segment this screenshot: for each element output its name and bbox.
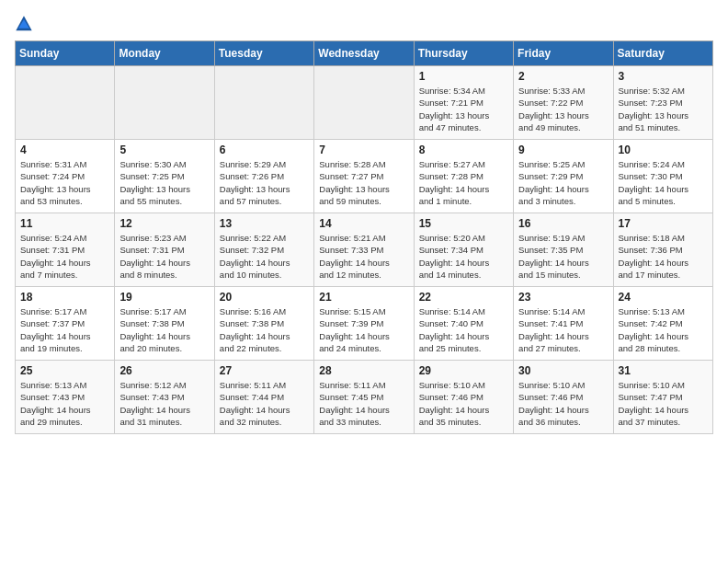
day-number: 28: [319, 364, 408, 377]
day-number: 8: [419, 144, 508, 156]
day-number: 17: [619, 217, 708, 230]
day-number: 13: [220, 217, 309, 230]
day-detail: Sunrise: 5:29 AM Sunset: 7:26 PM Dayligh…: [220, 158, 309, 207]
day-detail: Sunrise: 5:14 AM Sunset: 7:40 PM Dayligh…: [419, 305, 508, 354]
calendar-cell: 23Sunrise: 5:14 AM Sunset: 7:41 PM Dayli…: [514, 287, 613, 361]
day-number: 20: [220, 291, 309, 304]
header-tuesday: Tuesday: [214, 41, 313, 66]
day-number: 7: [319, 144, 408, 156]
calendar-cell: 11Sunrise: 5:24 AM Sunset: 7:31 PM Dayli…: [16, 213, 115, 287]
day-detail: Sunrise: 5:30 AM Sunset: 7:25 PM Dayligh…: [119, 158, 209, 207]
calendar-week-2: 4Sunrise: 5:31 AM Sunset: 7:24 PM Daylig…: [16, 140, 713, 213]
calendar-cell: 22Sunrise: 5:14 AM Sunset: 7:40 PM Dayli…: [414, 287, 513, 361]
calendar-cell: 7Sunrise: 5:28 AM Sunset: 7:27 PM Daylig…: [314, 140, 414, 213]
day-number: 24: [619, 291, 708, 304]
day-detail: Sunrise: 5:15 AM Sunset: 7:39 PM Dayligh…: [319, 305, 408, 354]
calendar-cell: 21Sunrise: 5:15 AM Sunset: 7:39 PM Dayli…: [314, 287, 414, 361]
day-number: 31: [619, 364, 708, 377]
header-sunday: Sunday: [16, 41, 115, 66]
calendar-cell: 27Sunrise: 5:11 AM Sunset: 7:44 PM Dayli…: [214, 361, 313, 434]
day-detail: Sunrise: 5:20 AM Sunset: 7:34 PM Dayligh…: [419, 232, 508, 281]
day-number: 27: [220, 364, 309, 377]
day-detail: Sunrise: 5:10 AM Sunset: 7:46 PM Dayligh…: [419, 379, 508, 428]
calendar-week-5: 25Sunrise: 5:13 AM Sunset: 7:43 PM Dayli…: [16, 361, 713, 434]
day-number: 4: [20, 144, 109, 156]
day-number: 3: [619, 70, 708, 83]
day-number: 26: [119, 364, 209, 377]
day-number: 14: [319, 217, 408, 230]
day-detail: Sunrise: 5:28 AM Sunset: 7:27 PM Dayligh…: [319, 158, 408, 207]
calendar-cell: 30Sunrise: 5:10 AM Sunset: 7:46 PM Dayli…: [514, 361, 613, 434]
day-detail: Sunrise: 5:31 AM Sunset: 7:24 PM Dayligh…: [20, 158, 109, 207]
day-detail: Sunrise: 5:34 AM Sunset: 7:21 PM Dayligh…: [419, 85, 508, 133]
calendar-cell: [214, 66, 313, 140]
calendar-cell: 1Sunrise: 5:34 AM Sunset: 7:21 PM Daylig…: [414, 66, 513, 140]
calendar-cell: 6Sunrise: 5:29 AM Sunset: 7:26 PM Daylig…: [214, 140, 313, 213]
day-number: 18: [20, 291, 109, 304]
day-detail: Sunrise: 5:23 AM Sunset: 7:31 PM Dayligh…: [119, 232, 209, 281]
calendar-cell: 18Sunrise: 5:17 AM Sunset: 7:37 PM Dayli…: [16, 287, 115, 361]
day-number: 30: [518, 364, 608, 377]
day-number: 9: [518, 144, 608, 156]
header: [15, 15, 713, 33]
calendar-cell: 31Sunrise: 5:10 AM Sunset: 7:47 PM Dayli…: [613, 361, 712, 434]
day-number: 1: [419, 70, 508, 83]
day-detail: Sunrise: 5:16 AM Sunset: 7:38 PM Dayligh…: [220, 305, 309, 354]
calendar-cell: 5Sunrise: 5:30 AM Sunset: 7:25 PM Daylig…: [115, 140, 214, 213]
calendar-cell: 14Sunrise: 5:21 AM Sunset: 7:33 PM Dayli…: [314, 213, 414, 287]
calendar-cell: 13Sunrise: 5:22 AM Sunset: 7:32 PM Dayli…: [214, 213, 313, 287]
calendar-cell: 9Sunrise: 5:25 AM Sunset: 7:29 PM Daylig…: [514, 140, 613, 213]
calendar-cell: 4Sunrise: 5:31 AM Sunset: 7:24 PM Daylig…: [16, 140, 115, 213]
calendar-cell: 2Sunrise: 5:33 AM Sunset: 7:22 PM Daylig…: [514, 66, 613, 140]
calendar-cell: [16, 66, 115, 140]
header-friday: Friday: [514, 41, 613, 66]
calendar-cell: 29Sunrise: 5:10 AM Sunset: 7:46 PM Dayli…: [414, 361, 513, 434]
day-number: 25: [20, 364, 109, 377]
calendar-cell: 24Sunrise: 5:13 AM Sunset: 7:42 PM Dayli…: [613, 287, 712, 361]
calendar-cell: 15Sunrise: 5:20 AM Sunset: 7:34 PM Dayli…: [414, 213, 513, 287]
calendar-cell: 19Sunrise: 5:17 AM Sunset: 7:38 PM Dayli…: [115, 287, 214, 361]
calendar-week-1: 1Sunrise: 5:34 AM Sunset: 7:21 PM Daylig…: [16, 66, 713, 140]
day-detail: Sunrise: 5:24 AM Sunset: 7:31 PM Dayligh…: [20, 232, 109, 281]
day-detail: Sunrise: 5:11 AM Sunset: 7:44 PM Dayligh…: [220, 379, 309, 428]
day-detail: Sunrise: 5:11 AM Sunset: 7:45 PM Dayligh…: [319, 379, 408, 428]
day-number: 19: [119, 291, 209, 304]
day-number: 22: [419, 291, 508, 304]
calendar-cell: 17Sunrise: 5:18 AM Sunset: 7:36 PM Dayli…: [613, 213, 712, 287]
day-number: 15: [419, 217, 508, 230]
header-thursday: Thursday: [414, 41, 513, 66]
calendar-header-row: SundayMondayTuesdayWednesdayThursdayFrid…: [16, 41, 713, 66]
day-detail: Sunrise: 5:25 AM Sunset: 7:29 PM Dayligh…: [518, 158, 608, 207]
day-number: 10: [619, 144, 708, 156]
day-number: 6: [220, 144, 309, 156]
day-detail: Sunrise: 5:13 AM Sunset: 7:42 PM Dayligh…: [619, 305, 708, 354]
logo: [15, 15, 37, 33]
header-monday: Monday: [115, 41, 214, 66]
calendar-cell: 26Sunrise: 5:12 AM Sunset: 7:43 PM Dayli…: [115, 361, 214, 434]
day-detail: Sunrise: 5:14 AM Sunset: 7:41 PM Dayligh…: [518, 305, 608, 354]
header-saturday: Saturday: [613, 41, 712, 66]
day-detail: Sunrise: 5:18 AM Sunset: 7:36 PM Dayligh…: [619, 232, 708, 281]
day-number: 23: [518, 291, 608, 304]
logo-icon: [15, 15, 33, 33]
day-number: 16: [518, 217, 608, 230]
calendar-table: SundayMondayTuesdayWednesdayThursdayFrid…: [15, 40, 713, 434]
calendar-cell: 28Sunrise: 5:11 AM Sunset: 7:45 PM Dayli…: [314, 361, 414, 434]
day-number: 2: [518, 70, 608, 83]
calendar-cell: 8Sunrise: 5:27 AM Sunset: 7:28 PM Daylig…: [414, 140, 513, 213]
day-detail: Sunrise: 5:12 AM Sunset: 7:43 PM Dayligh…: [119, 379, 209, 428]
day-number: 11: [20, 217, 109, 230]
day-detail: Sunrise: 5:13 AM Sunset: 7:43 PM Dayligh…: [20, 379, 109, 428]
calendar-cell: 12Sunrise: 5:23 AM Sunset: 7:31 PM Dayli…: [115, 213, 214, 287]
day-number: 5: [119, 144, 209, 156]
day-detail: Sunrise: 5:19 AM Sunset: 7:35 PM Dayligh…: [518, 232, 608, 281]
calendar-cell: 16Sunrise: 5:19 AM Sunset: 7:35 PM Dayli…: [514, 213, 613, 287]
calendar-cell: 3Sunrise: 5:32 AM Sunset: 7:23 PM Daylig…: [613, 66, 712, 140]
calendar-cell: 10Sunrise: 5:24 AM Sunset: 7:30 PM Dayli…: [613, 140, 712, 213]
day-detail: Sunrise: 5:22 AM Sunset: 7:32 PM Dayligh…: [220, 232, 309, 281]
day-detail: Sunrise: 5:10 AM Sunset: 7:47 PM Dayligh…: [619, 379, 708, 428]
day-detail: Sunrise: 5:10 AM Sunset: 7:46 PM Dayligh…: [518, 379, 608, 428]
day-number: 29: [419, 364, 508, 377]
calendar-week-3: 11Sunrise: 5:24 AM Sunset: 7:31 PM Dayli…: [16, 213, 713, 287]
day-detail: Sunrise: 5:32 AM Sunset: 7:23 PM Dayligh…: [619, 85, 708, 133]
